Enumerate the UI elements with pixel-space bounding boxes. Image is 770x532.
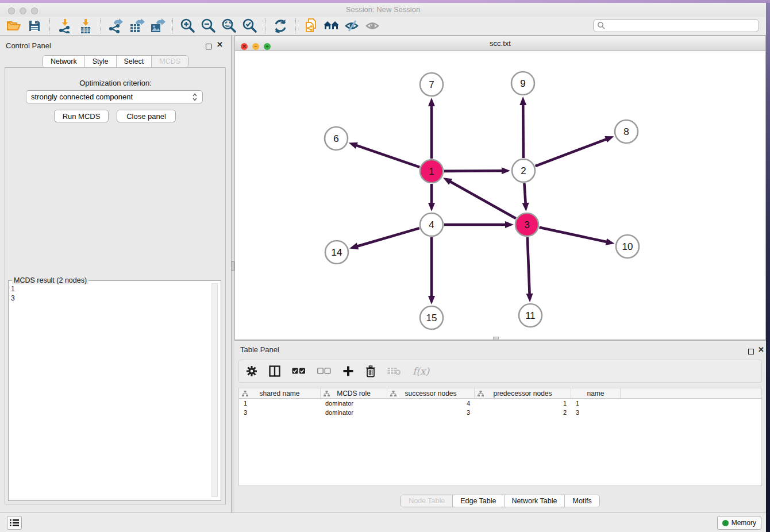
copy-current-network-button[interactable] — [301, 17, 321, 34]
close-panel-button[interactable]: ✕ — [217, 40, 223, 49]
node-label: 10 — [622, 241, 633, 252]
table-cell[interactable]: 4 — [387, 399, 475, 408]
table-cell[interactable]: 3 — [571, 408, 621, 417]
column-header-shared-name[interactable]: shared name — [239, 388, 321, 398]
tab-edge-table[interactable]: Edge Table — [453, 495, 504, 507]
export-network-button[interactable] — [106, 17, 126, 34]
close-mcds-panel-button[interactable]: Close panel — [117, 110, 176, 122]
tab-select[interactable]: Select — [117, 56, 152, 67]
column-header-MCDS-role[interactable]: MCDS role — [321, 388, 387, 398]
graph-node-6[interactable]: 6 — [325, 127, 348, 150]
search-input[interactable] — [606, 20, 759, 31]
network-canvas[interactable]: 1234678910111415 — [235, 51, 765, 340]
export-table-button[interactable] — [126, 17, 147, 34]
close-window-button[interactable] — [8, 7, 15, 14]
close-network-button[interactable]: ✕ — [241, 43, 248, 50]
tab-node-table[interactable]: Node Table — [401, 495, 453, 507]
table-cell[interactable]: 1 — [475, 399, 571, 408]
edge-4-3[interactable] — [444, 221, 514, 228]
table-body: 1dominator4113dominator323 — [239, 399, 761, 417]
float-panel-button[interactable] — [206, 41, 211, 52]
run-mcds-button[interactable]: Run MCDS — [54, 110, 109, 122]
edge-1-4[interactable] — [428, 184, 435, 211]
result-scrollbar[interactable] — [211, 283, 218, 497]
zoom-out-button[interactable] — [198, 17, 219, 34]
edge-3-1[interactable] — [443, 178, 516, 218]
graph-node-7[interactable]: 7 — [420, 73, 443, 96]
column-header-successor-nodes[interactable]: successor nodes — [387, 388, 475, 398]
edge-4-15[interactable] — [428, 237, 435, 304]
graph-node-10[interactable]: 10 — [616, 235, 639, 258]
graph-node-15[interactable]: 15 — [420, 306, 443, 329]
tab-network[interactable]: Network — [43, 56, 85, 67]
graph-node-3[interactable]: 3 — [515, 213, 538, 236]
export-image-button[interactable] — [147, 17, 168, 34]
criterion-dropdown[interactable]: strongly connected component — [26, 90, 203, 103]
edge-4-14[interactable] — [349, 228, 419, 249]
table-settings-button[interactable] — [246, 363, 257, 380]
function-builder-button[interactable]: f(x) — [413, 363, 429, 380]
node-label: 6 — [333, 133, 338, 144]
table-cell[interactable]: dominator — [321, 408, 387, 417]
maximize-window-button[interactable] — [31, 7, 38, 14]
table-cell[interactable]: dominator — [321, 399, 387, 408]
minimize-network-button[interactable]: − — [252, 43, 259, 50]
mcds-result-text[interactable]: 1 3 — [11, 284, 15, 303]
zoom-in-button[interactable] — [178, 17, 198, 34]
import-table-button[interactable] — [75, 17, 96, 34]
edge-1-2[interactable] — [444, 167, 510, 174]
tab-mcds[interactable]: MCDS — [152, 56, 188, 67]
show-graphics-details-button[interactable] — [363, 17, 383, 34]
zoom-fit-button[interactable] — [219, 17, 240, 34]
edge-2-8[interactable] — [536, 136, 614, 166]
network-window-titlebar: ✕−+ scc.txt — [235, 36, 765, 51]
tab-motifs[interactable]: Motifs — [565, 495, 599, 507]
graph-node-2[interactable]: 2 — [512, 159, 535, 182]
minimize-window-button[interactable] — [20, 7, 26, 14]
graph-node-1[interactable]: 1 — [420, 160, 443, 183]
edge-1-6[interactable] — [349, 142, 419, 167]
table-cell[interactable]: 1 — [239, 399, 321, 408]
table-cell[interactable]: 2 — [475, 408, 571, 417]
task-history-button[interactable] — [7, 516, 22, 530]
zoom-network-button[interactable]: + — [264, 43, 271, 50]
home-button[interactable] — [321, 17, 342, 34]
zoom-selected-button[interactable] — [240, 17, 260, 34]
node-label: 15 — [426, 313, 437, 323]
memory-button[interactable]: Memory — [717, 516, 761, 530]
unselect-all-button[interactable] — [317, 363, 331, 380]
table-cell[interactable]: 1 — [571, 399, 621, 408]
table-cell[interactable]: 3 — [387, 408, 475, 417]
edge-1-7[interactable] — [428, 98, 435, 159]
table-row[interactable]: 1dominator411 — [239, 399, 761, 408]
column-browser-button[interactable] — [269, 363, 280, 380]
table-cell[interactable]: 3 — [239, 408, 321, 417]
search-box[interactable] — [593, 19, 759, 32]
close-table-panel-button[interactable]: ✕ — [758, 345, 764, 354]
save-session-button[interactable] — [24, 17, 45, 34]
table-row[interactable]: 3dominator323 — [239, 408, 761, 417]
tab-network-table[interactable]: Network Table — [505, 495, 565, 507]
edge-2-3[interactable] — [522, 183, 529, 211]
column-header-predecessor-nodes[interactable]: predecessor nodes — [475, 388, 571, 398]
select-all-button[interactable] — [292, 363, 306, 380]
graph-node-8[interactable]: 8 — [615, 120, 638, 143]
column-header-name[interactable]: name — [571, 388, 621, 398]
refresh-layout-button[interactable] — [270, 17, 291, 34]
tab-style[interactable]: Style — [85, 56, 117, 67]
float-table-panel-button[interactable] — [748, 346, 754, 357]
graph-node-11[interactable]: 11 — [519, 304, 542, 327]
delete-column-button[interactable] — [365, 363, 376, 380]
criterion-value: strongly connected component — [31, 92, 192, 101]
graph-node-14[interactable]: 14 — [325, 241, 348, 264]
hide-graphics-details-button[interactable] — [342, 17, 363, 34]
import-network-button[interactable] — [55, 17, 75, 34]
graph-node-4[interactable]: 4 — [420, 213, 443, 236]
edge-3-11[interactable] — [526, 237, 533, 302]
edge-3-10[interactable] — [539, 228, 614, 245]
open-session-button[interactable] — [3, 17, 24, 34]
delete-table-button[interactable] — [387, 363, 401, 380]
edge-2-9[interactable] — [519, 97, 526, 158]
create-column-button[interactable] — [342, 363, 354, 380]
graph-node-9[interactable]: 9 — [511, 72, 534, 95]
